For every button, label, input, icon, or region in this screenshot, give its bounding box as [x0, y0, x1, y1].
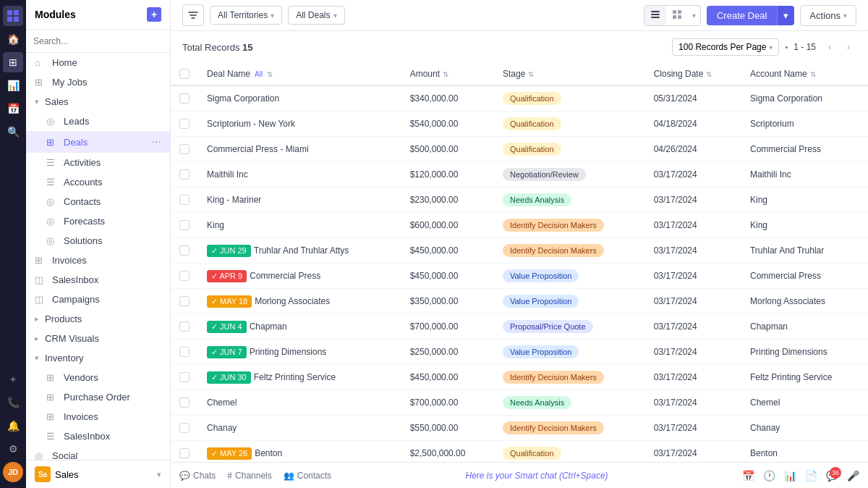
sidebar-section-sales[interactable]: ▾ Sales — [26, 92, 170, 112]
row-checkbox[interactable] — [179, 397, 190, 408]
row-checkbox[interactable] — [179, 144, 190, 154]
row-checkbox[interactable] — [179, 220, 190, 230]
row-checkbox[interactable] — [179, 423, 190, 433]
sidebar-label-home: Home — [52, 57, 77, 68]
deal-name-text[interactable]: Scriptorium - New York — [207, 119, 295, 129]
sidebar-item-accounts[interactable]: ☰ Accounts — [26, 172, 170, 192]
row-checkbox[interactable] — [179, 195, 190, 205]
bell-rail-icon[interactable]: 🔔 — [3, 416, 23, 436]
create-deal-dropdown-btn[interactable]: ▾ — [777, 6, 794, 25]
deal-name-text[interactable]: Commercial Press — [250, 271, 320, 281]
mic-bottom-icon[interactable]: 🎤 — [847, 470, 859, 481]
create-deal-button[interactable]: Create Deal — [707, 6, 777, 25]
sidebar-section-products[interactable]: ▸ Products — [26, 309, 170, 329]
records-per-page-dropdown[interactable]: 100 Records Per Page ▾ — [672, 38, 779, 56]
deal-name-text[interactable]: Chapman — [250, 321, 287, 332]
sidebar-item-campaigns[interactable]: ◫ Campaigns — [26, 290, 170, 309]
row-checkbox[interactable] — [179, 169, 190, 180]
deal-name-text[interactable]: Morlong Associates — [255, 296, 330, 306]
row-checkbox[interactable] — [179, 271, 190, 281]
deal-name-text[interactable]: Maithili Inc — [207, 169, 248, 180]
calendar-bottom-icon[interactable]: 📅 — [742, 470, 754, 481]
row-checkbox[interactable] — [179, 347, 190, 357]
account-sort-icon[interactable]: ⇅ — [810, 70, 816, 78]
filter-button[interactable] — [182, 4, 204, 26]
search-rail-icon[interactable]: 🔍 — [3, 122, 23, 142]
search-input[interactable] — [33, 36, 163, 46]
sidebar-item-myjobs[interactable]: ⊞ My Jobs — [26, 72, 170, 92]
smart-chat-hint[interactable]: Here is your Smart chat (Ctrl+Space) — [466, 471, 608, 481]
contacts-icon: ◎ — [46, 196, 58, 207]
closing-sort-icon[interactable]: ⇅ — [706, 70, 712, 78]
row-amount: $450,000.00 — [401, 365, 494, 390]
territory-dropdown[interactable]: All Territories ▾ — [210, 6, 282, 25]
gear-rail-icon[interactable]: ⚙ — [3, 439, 23, 459]
clock-bottom-icon[interactable]: 🕐 — [763, 470, 775, 481]
user-avatar-rail[interactable]: JD — [3, 462, 23, 482]
deal-name-text[interactable]: Benton — [255, 448, 282, 458]
row-checkbox[interactable] — [179, 372, 190, 382]
row-checkbox[interactable] — [179, 245, 190, 256]
sidebar-section-inventory[interactable]: ▾ Inventory — [26, 348, 170, 368]
phone-rail-icon[interactable]: 📞 — [3, 392, 23, 413]
amount-sort-icon[interactable]: ⇅ — [443, 70, 448, 78]
deal-name-sort-icon[interactable]: ⇅ — [267, 70, 273, 78]
sidebar-item-salesinbox2[interactable]: ☰ SalesInbox — [26, 426, 170, 446]
next-page-btn[interactable]: › — [841, 39, 856, 55]
deal-name-text[interactable]: Sigma Corporation — [207, 93, 279, 104]
sidebar-item-leads[interactable]: ◎ Leads — [26, 112, 170, 131]
deal-name-filter-tag[interactable]: All — [255, 70, 263, 78]
row-checkbox[interactable] — [179, 321, 190, 332]
row-checkbox[interactable] — [179, 119, 190, 129]
deal-name-text[interactable]: Printing Dimensions — [250, 347, 327, 357]
add-module-btn[interactable]: + — [147, 7, 161, 22]
sidebar-item-social[interactable]: ◎ Social — [26, 446, 170, 460]
chart-rail-icon[interactable]: 📊 — [3, 75, 23, 96]
deal-name-text[interactable]: Truhlar And Truhlar Attys — [254, 245, 349, 256]
prev-page-btn[interactable]: ‹ — [822, 39, 838, 55]
sidebar-item-home[interactable]: ⌂ Home — [26, 53, 170, 72]
sidebar-item-forecasts[interactable]: ◎ Forecasts — [26, 211, 170, 231]
sidebar-item-activities[interactable]: ☰ Activities — [26, 153, 170, 172]
deals-more-icon[interactable]: ··· — [152, 135, 161, 148]
chart-bottom-icon[interactable]: 📊 — [784, 470, 796, 481]
row-checkbox[interactable] — [179, 93, 190, 104]
actions-button[interactable]: Actions ▾ — [800, 5, 856, 26]
doc-bottom-icon[interactable]: 📄 — [805, 470, 817, 481]
sidebar-item-purchaseorder[interactable]: ⊞ Purchase Order — [26, 387, 170, 407]
plus-rail-icon[interactable]: ＋ — [3, 369, 23, 390]
deal-name-text[interactable]: Chanay — [207, 423, 237, 433]
view-more-icon[interactable]: ▾ — [688, 8, 700, 23]
sidebar-footer[interactable]: Sa Sales ▾ — [26, 460, 170, 488]
sidebar-item-solutions[interactable]: ◎ Solutions — [26, 231, 170, 251]
chats-tab[interactable]: 💬 Chats — [179, 471, 216, 481]
sidebar-section-crmvisuals[interactable]: ▸ CRM Visuals — [26, 329, 170, 348]
sidebar-item-vendors[interactable]: ⊞ Vendors — [26, 368, 170, 387]
calendar-rail-icon[interactable]: 📅 — [3, 98, 23, 119]
deals-dropdown[interactable]: All Deals ▾ — [288, 6, 344, 25]
row-deal-name: ✓ MAY 18Morlong Associates — [198, 289, 401, 314]
select-all-checkbox[interactable] — [179, 69, 190, 79]
channels-tab[interactable]: # Channels — [227, 471, 271, 481]
contacts-tab[interactable]: 👥 Contacts — [284, 471, 331, 481]
sidebar-item-invoices[interactable]: ⊞ Invoices — [26, 407, 170, 426]
sidebar-item-contacts[interactable]: ◎ Contacts — [26, 192, 170, 211]
sidebar-item-deals[interactable]: ⊞ Deals ··· — [26, 131, 170, 153]
deal-name-text[interactable]: Commercial Press - Miami — [207, 144, 309, 154]
list-view-btn[interactable] — [644, 6, 666, 25]
row-checkbox[interactable] — [179, 296, 190, 306]
deal-name-text[interactable]: Feltz Printing Service — [254, 372, 336, 382]
grid-rail-icon[interactable]: ⊞ — [3, 52, 23, 72]
grid-view-btn[interactable] — [666, 6, 688, 25]
row-checkbox[interactable] — [179, 448, 190, 458]
sidebar-item-salesinbox[interactable]: ◫ SalesInbox — [26, 270, 170, 290]
home-rail-icon[interactable]: 🏠 — [3, 29, 23, 49]
stage-sort-icon[interactable]: ⇅ — [528, 70, 534, 78]
deal-name-text[interactable]: Chemel — [207, 397, 237, 408]
table-row: Chemel $700,000.00 Needs Analysis 03/17/… — [171, 390, 868, 416]
deal-name-text[interactable]: King - Mariner — [207, 195, 261, 205]
app-logo-icon[interactable] — [3, 6, 23, 26]
sidebar-item-invoices-top[interactable]: ⊞ Invoices — [26, 251, 170, 270]
deal-name-text[interactable]: King — [207, 220, 224, 230]
row-amount: $350,000.00 — [401, 289, 494, 314]
